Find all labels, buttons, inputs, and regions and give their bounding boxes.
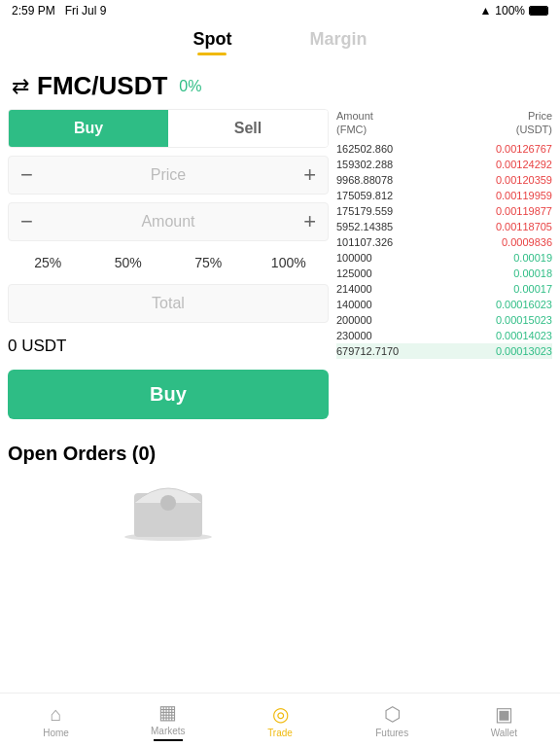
open-orders-title: Open Orders (0) xyxy=(8,435,329,469)
table-row: 101107.326 0.0009836 xyxy=(336,234,552,250)
wallet-icon: ▣ xyxy=(495,702,513,726)
pct-50-button[interactable]: 50% xyxy=(88,249,169,276)
table-row: 125000 0.00018 xyxy=(336,266,552,281)
table-row: 100000 0.00019 xyxy=(336,250,552,266)
trade-icon: ◎ xyxy=(272,702,289,726)
buy-orders: 100000 0.00019 125000 0.00018 214000 0.0… xyxy=(336,250,552,359)
table-row: 200000 0.00015023 xyxy=(336,312,552,328)
nav-markets[interactable]: ▦ Markets xyxy=(112,694,224,747)
buy-tab[interactable]: Buy xyxy=(9,110,168,147)
ob-price-header: Price(USDT) xyxy=(516,109,552,137)
buy-sell-toggle: Buy Sell xyxy=(8,109,329,148)
price-minus-button[interactable]: − xyxy=(17,159,37,192)
table-row: 159302.288 0.00124292 xyxy=(336,157,552,172)
top-tabs: Spot Margin xyxy=(0,21,560,63)
order-book: Amount(FMC) Price(USDT) 162502.860 0.001… xyxy=(329,109,552,547)
status-bar: 2:59 PM Fri Jul 9 ▲ 100% xyxy=(0,0,560,21)
table-row: 175059.812 0.00119959 xyxy=(336,188,552,203)
status-time: 2:59 PM Fri Jul 9 xyxy=(12,4,106,18)
percent-row: 25% 50% 75% 100% xyxy=(8,249,329,276)
bottom-nav: ⌂ Home ▦ Markets ◎ Trade ⬡ Futures ▣ Wal… xyxy=(0,693,560,747)
markets-icon: ▦ xyxy=(158,700,177,724)
sell-orders: 162502.860 0.00126767 159302.288 0.00124… xyxy=(336,141,552,250)
pair-header: ⇄ FMC/USDT 0% xyxy=(0,63,560,109)
buy-button[interactable]: Buy xyxy=(8,370,329,419)
nav-futures[interactable]: ⬡ Futures xyxy=(336,694,448,747)
sell-tab[interactable]: Sell xyxy=(168,110,328,147)
home-icon: ⌂ xyxy=(51,703,62,726)
nav-futures-label: Futures xyxy=(375,728,408,738)
nav-wallet-label: Wallet xyxy=(491,728,517,738)
ob-amount-header: Amount(FMC) xyxy=(336,109,373,137)
battery-icon xyxy=(529,6,548,16)
nav-wallet[interactable]: ▣ Wallet xyxy=(448,694,560,747)
table-row: 9968.88078 0.00120359 xyxy=(336,172,552,188)
pct-100-button[interactable]: 100% xyxy=(249,249,330,276)
battery-label: 100% xyxy=(495,4,525,18)
nav-trade-label: Trade xyxy=(267,728,293,738)
pct-25-button[interactable]: 25% xyxy=(8,249,88,276)
table-row: 679712.7170 0.00013023 xyxy=(336,343,552,359)
amount-minus-button[interactable]: − xyxy=(17,205,37,238)
futures-icon: ⬡ xyxy=(384,702,401,726)
table-row: 5952.14385 0.00118705 xyxy=(336,219,552,234)
main-content: Buy Sell − Price + − Amount + 25% 50% 75… xyxy=(0,109,560,547)
tab-margin[interactable]: Margin xyxy=(309,29,367,59)
table-row: 230000 0.00014023 xyxy=(336,328,552,343)
table-row: 175179.559 0.00119877 xyxy=(336,203,552,219)
pair-name: FMC/USDT xyxy=(37,71,167,101)
price-plus-button[interactable]: + xyxy=(299,159,320,192)
table-row: 214000 0.00017 xyxy=(336,281,552,297)
pct-75-button[interactable]: 75% xyxy=(168,249,249,276)
price-input-row: − Price + xyxy=(8,156,329,195)
ob-header: Amount(FMC) Price(USDT) xyxy=(336,109,552,141)
nav-home[interactable]: ⌂ Home xyxy=(0,694,112,747)
amount-label: Amount xyxy=(37,205,299,238)
wifi-icon: ▲ xyxy=(479,4,491,18)
price-label: Price xyxy=(37,159,299,192)
empty-orders-state xyxy=(8,469,329,547)
amount-plus-button[interactable]: + xyxy=(299,205,320,238)
balance-display: 0 USDT xyxy=(8,331,329,362)
swap-icon[interactable]: ⇄ xyxy=(12,74,29,99)
tab-spot[interactable]: Spot xyxy=(192,29,231,59)
left-panel: Buy Sell − Price + − Amount + 25% 50% 75… xyxy=(8,109,329,547)
table-row: 140000 0.00016023 xyxy=(336,297,552,312)
pair-percent: 0% xyxy=(179,78,201,95)
table-row: 162502.860 0.00126767 xyxy=(336,141,552,157)
empty-orders-icon xyxy=(120,474,217,542)
nav-markets-label: Markets xyxy=(151,726,186,736)
nav-trade[interactable]: ◎ Trade xyxy=(224,694,335,747)
status-right: ▲ 100% xyxy=(479,4,548,18)
nav-markets-underline xyxy=(154,739,183,741)
amount-input-row: − Amount + xyxy=(8,202,329,241)
nav-home-label: Home xyxy=(43,728,69,738)
total-row: Total xyxy=(8,284,329,323)
svg-point-2 xyxy=(160,495,176,511)
total-label: Total xyxy=(9,285,328,322)
